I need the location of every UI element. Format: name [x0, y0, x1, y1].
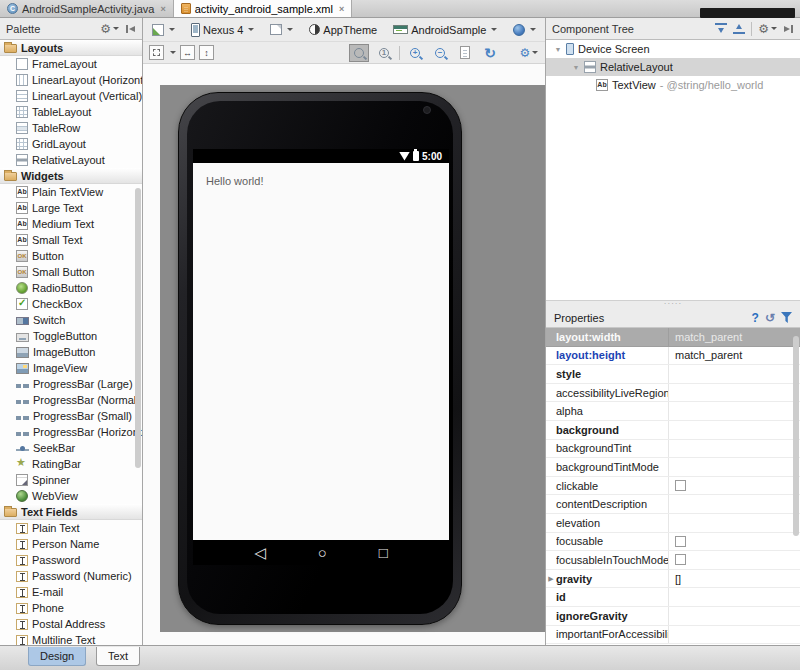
- property-row[interactable]: importantForAccessibility: [546, 626, 800, 645]
- palette-item[interactable]: Plain Text: [0, 520, 142, 536]
- property-row[interactable]: layout:widthmatch_parent: [546, 328, 800, 347]
- palette-item[interactable]: ImageButton: [0, 344, 142, 360]
- palette-section-text-fields[interactable]: Text Fields: [0, 504, 142, 520]
- palette-section-widgets[interactable]: Widgets: [0, 168, 142, 184]
- gear-icon[interactable]: ⚙: [758, 23, 777, 35]
- property-row[interactable]: ignoreGravity: [546, 607, 800, 626]
- palette-item[interactable]: Multiline Text: [0, 632, 142, 645]
- close-icon[interactable]: ×: [160, 4, 165, 14]
- design-surface[interactable]: 5:00 Hello world! ◁ ○ □: [160, 85, 545, 632]
- palette-item[interactable]: Small Text: [0, 232, 142, 248]
- close-icon[interactable]: ×: [339, 4, 344, 14]
- property-row[interactable]: backgroundTintMode: [546, 458, 800, 477]
- render-options-button[interactable]: ⚙: [519, 44, 539, 62]
- palette-item[interactable]: Small Button: [0, 264, 142, 280]
- layout-preview[interactable]: Hello world!: [193, 163, 449, 540]
- reset-icon[interactable]: ↺: [765, 311, 775, 325]
- zoom-out-button[interactable]: [430, 44, 450, 62]
- locale-button[interactable]: [508, 20, 541, 40]
- palette-item[interactable]: ImageView: [0, 360, 142, 376]
- filter-icon[interactable]: [781, 312, 792, 323]
- property-row[interactable]: clickable: [546, 477, 800, 496]
- orientation-button[interactable]: [265, 20, 298, 40]
- palette-item[interactable]: Postal Address: [0, 616, 142, 632]
- palette-item[interactable]: LinearLayout (Horizontal): [0, 72, 142, 88]
- palette-item[interactable]: Password: [0, 552, 142, 568]
- checkbox[interactable]: [675, 536, 686, 547]
- tree-node-textview[interactable]: TextView - @string/hello_world: [546, 76, 800, 94]
- expand-arrow-icon[interactable]: ▶: [546, 575, 556, 583]
- property-row[interactable]: backgroundTint: [546, 440, 800, 459]
- fit-height-button[interactable]: ↕: [199, 45, 214, 60]
- tree-node-device-screen[interactable]: ▼ Device Screen: [546, 40, 800, 58]
- property-row[interactable]: ▶gravity[]: [546, 570, 800, 589]
- palette-item[interactable]: Phone: [0, 600, 142, 616]
- device-screen-preview[interactable]: 5:00 Hello world! ◁ ○ □: [193, 149, 449, 565]
- palette-item[interactable]: Person Name: [0, 536, 142, 552]
- palette-item[interactable]: FrameLayout: [0, 56, 142, 72]
- expand-arrow-icon[interactable]: ▼: [554, 46, 562, 53]
- activity-selector-button[interactable]: AndroidSample: [388, 20, 502, 40]
- tab-activity-android-sample-xml[interactable]: activity_android_sample.xml ×: [174, 0, 352, 17]
- palette-item[interactable]: WebView: [0, 488, 142, 504]
- palette-item[interactable]: RatingBar: [0, 456, 142, 472]
- device-selector-button[interactable]: Nexus 4: [186, 20, 259, 40]
- palette-item[interactable]: ProgressBar (Normal): [0, 392, 142, 408]
- property-row[interactable]: alpha: [546, 402, 800, 421]
- gear-icon[interactable]: ⚙: [100, 23, 119, 35]
- configuration-button[interactable]: [147, 20, 180, 40]
- checkbox[interactable]: [675, 480, 686, 491]
- fit-width-button[interactable]: ↔: [180, 45, 195, 60]
- zoom-in-button[interactable]: [405, 44, 425, 62]
- palette-item[interactable]: GridLayout: [0, 136, 142, 152]
- tab-design[interactable]: Design: [28, 647, 86, 666]
- palette-item[interactable]: Large Text: [0, 200, 142, 216]
- palette-item[interactable]: Spinner: [0, 472, 142, 488]
- hide-panel-icon[interactable]: [125, 24, 136, 34]
- hide-panel-icon[interactable]: [783, 24, 794, 34]
- help-icon[interactable]: ?: [752, 311, 759, 325]
- palette-item[interactable]: Switch: [0, 312, 142, 328]
- palette-item[interactable]: LinearLayout (Vertical): [0, 88, 142, 104]
- property-row[interactable]: elevation: [546, 514, 800, 533]
- palette-item[interactable]: ToggleButton: [0, 328, 142, 344]
- property-row[interactable]: layout:heightmatch_parent: [546, 347, 800, 366]
- palette-item[interactable]: ProgressBar (Large): [0, 376, 142, 392]
- palette-item[interactable]: TableRow: [0, 120, 142, 136]
- tab-androidsampleactivity-java[interactable]: AndroidSampleActivity.java ×: [0, 0, 174, 17]
- palette-item[interactable]: Password (Numeric): [0, 568, 142, 584]
- property-row[interactable]: focusableInTouchMode: [546, 551, 800, 570]
- palette-item[interactable]: Plain TextView: [0, 184, 142, 200]
- palette-item[interactable]: ProgressBar (Horizontal): [0, 424, 142, 440]
- theme-selector-button[interactable]: AppTheme: [304, 20, 382, 40]
- zoom-actual-button[interactable]: [374, 44, 394, 62]
- palette-scrollbar[interactable]: [135, 188, 141, 468]
- refresh-button[interactable]: ↻: [480, 44, 500, 62]
- palette-item[interactable]: RelativeLayout: [0, 152, 142, 168]
- tree-node-relativelayout[interactable]: ▼ RelativeLayout: [546, 58, 800, 76]
- palette-item[interactable]: Medium Text: [0, 216, 142, 232]
- hello-world-text[interactable]: Hello world!: [206, 175, 263, 187]
- palette-item[interactable]: E-mail: [0, 584, 142, 600]
- checkbox[interactable]: [675, 554, 686, 565]
- property-row[interactable]: focusable: [546, 533, 800, 552]
- property-row[interactable]: contentDescription: [546, 495, 800, 514]
- palette-item[interactable]: SeekBar: [0, 440, 142, 456]
- preview-button[interactable]: [455, 44, 475, 62]
- panel-splitter[interactable]: ·····: [546, 300, 800, 308]
- palette-section-layouts[interactable]: Layouts: [0, 40, 142, 56]
- zoom-fit-button[interactable]: [349, 44, 369, 62]
- design-canvas[interactable]: 5:00 Hello world! ◁ ○ □: [143, 64, 545, 645]
- palette-item[interactable]: CheckBox: [0, 296, 142, 312]
- palette-item[interactable]: ProgressBar (Small): [0, 408, 142, 424]
- expand-arrow-icon[interactable]: ▼: [572, 64, 580, 71]
- palette-item[interactable]: TableLayout: [0, 104, 142, 120]
- property-row[interactable]: style: [546, 365, 800, 384]
- palette-item[interactable]: RadioButton: [0, 280, 142, 296]
- palette-item[interactable]: Button: [0, 248, 142, 264]
- property-row[interactable]: background: [546, 421, 800, 440]
- properties-scrollbar[interactable]: [793, 336, 799, 536]
- tab-text[interactable]: Text: [96, 647, 140, 666]
- fit-screen-button[interactable]: [149, 45, 164, 60]
- property-row[interactable]: accessibilityLiveRegion: [546, 384, 800, 403]
